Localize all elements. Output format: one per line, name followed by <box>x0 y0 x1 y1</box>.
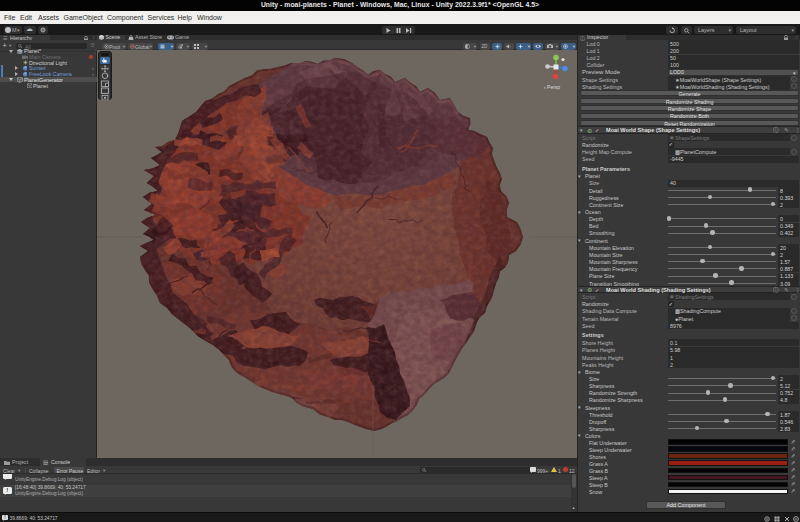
svg-text:‹ Persp: ‹ Persp <box>544 84 560 90</box>
